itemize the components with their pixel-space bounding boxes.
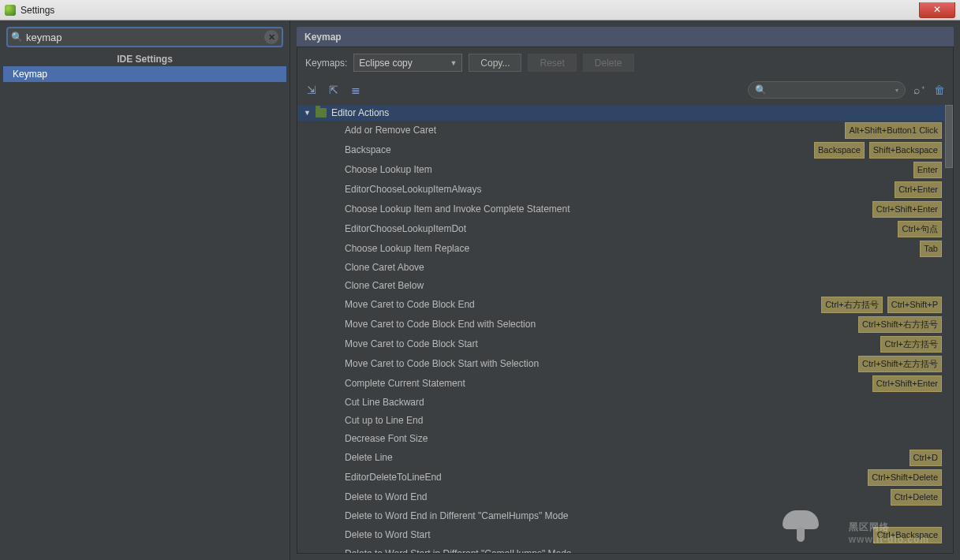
app-icon	[5, 5, 16, 16]
action-row[interactable]: Clone Caret Below	[297, 277, 953, 295]
tree-scrollbar[interactable]	[945, 105, 953, 553]
trash-icon[interactable]: 🗑	[934, 84, 945, 96]
clear-search-icon[interactable]: ✕	[264, 30, 278, 44]
action-filter[interactable]: 🔍 ▾	[748, 81, 906, 99]
shortcut-badge: Alt+Shift+Button1 Click	[845, 122, 942, 139]
action-row[interactable]: Delete to Word StartCtrl+Backspace	[297, 525, 953, 545]
copy-button[interactable]: Copy...	[469, 54, 521, 72]
shortcut-badge: Ctrl+左方括号	[880, 336, 942, 353]
shortcut-badge: Ctrl+Shift+P	[887, 297, 942, 313]
action-row[interactable]: Move Caret to Code Block Start with Sele…	[297, 354, 953, 374]
action-name: Cut up to Line End	[345, 413, 423, 428]
action-row[interactable]: Move Caret to Code Block EndCtrl+右方括号Ctr…	[297, 295, 953, 315]
action-row[interactable]: Delete LineCtrl+D	[297, 448, 953, 468]
settings-search[interactable]: 🔍 ✕	[6, 27, 283, 47]
action-shortcuts: Ctrl+Enter	[895, 181, 942, 198]
shortcut-badge: Ctrl+Shift+左方括号	[858, 356, 942, 372]
collapse-icon: ▼	[304, 109, 311, 117]
action-row[interactable]: EditorChooseLookupItemAlwaysCtrl+Enter	[297, 180, 953, 200]
chevron-down-icon: ▼	[450, 59, 457, 67]
search-icon: 🔍	[11, 32, 23, 43]
action-name: EditorChooseLookupItemAlways	[345, 182, 481, 197]
action-shortcuts: Ctrl+Shift+Enter	[872, 375, 942, 392]
action-row[interactable]: Choose Lookup Item and Invoke Complete S…	[297, 200, 953, 219]
action-row[interactable]: Add or Remove CaretAlt+Shift+Button1 Cli…	[297, 121, 953, 140]
shortcut-badge: Ctrl+Shift+右方括号	[858, 316, 942, 333]
collapse-all-icon[interactable]: ⇱	[327, 84, 340, 96]
tree-group-label: Editor Actions	[331, 107, 389, 118]
shortcut-badge: Ctrl+Backspace	[873, 527, 942, 543]
action-shortcuts: Ctrl+左方括号	[880, 336, 942, 353]
window-titlebar: Settings ✕	[0, 0, 960, 21]
window-close-button[interactable]: ✕	[919, 2, 955, 18]
action-shortcuts: Ctrl+句点	[898, 221, 942, 237]
action-name: Choose Lookup Item and Invoke Complete S…	[345, 202, 570, 217]
keymap-tree[interactable]: ▼ Editor Actions Add or Remove CaretAlt+…	[297, 105, 953, 553]
action-row[interactable]: Move Caret to Code Block StartCtrl+左方括号	[297, 334, 953, 354]
shortcut-badge: Ctrl+Enter	[895, 181, 942, 198]
action-row[interactable]: Delete to Word EndCtrl+Delete	[297, 487, 953, 507]
shortcut-badge: Tab	[920, 241, 942, 257]
action-name: Complete Current Statement	[345, 376, 465, 391]
shortcut-badge: Ctrl+Shift+Delete	[868, 469, 942, 486]
find-by-shortcut-icon[interactable]: ⌕⁺	[913, 84, 926, 96]
shortcut-badge: Ctrl+右方括号	[821, 297, 883, 313]
action-name: Clone Caret Below	[345, 278, 424, 293]
expand-all-icon[interactable]: ⇲	[305, 84, 318, 96]
action-shortcuts: Ctrl+Shift+左方括号	[858, 356, 942, 372]
action-name: Delete to Word End	[345, 490, 428, 505]
panel-title: Keymap	[297, 27, 954, 47]
action-row[interactable]: EditorDeleteToLineEndCtrl+Shift+Delete	[297, 468, 953, 487]
action-shortcuts: Ctrl+Shift+Delete	[868, 469, 942, 486]
shortcut-badge: Ctrl+句点	[898, 221, 942, 237]
shortcut-badge: Enter	[913, 162, 942, 178]
window-title: Settings	[21, 5, 54, 16]
shortcut-badge: Shift+Backspace	[869, 142, 942, 159]
shortcut-badge: Ctrl+D	[910, 450, 942, 466]
sidebar-item-keymap[interactable]: Keymap	[3, 66, 286, 82]
shortcut-badge: Ctrl+Delete	[891, 489, 942, 506]
settings-detail-panel: Keymap Keymaps: Eclipse copy ▼ Copy... R…	[290, 21, 960, 560]
action-row[interactable]: Decrease Font Size	[297, 430, 953, 448]
action-row[interactable]: BackspaceBackspaceShift+Backspace	[297, 140, 953, 160]
action-filter-input[interactable]	[770, 84, 894, 95]
action-row[interactable]: Choose Lookup Item ReplaceTab	[297, 239, 953, 259]
action-shortcuts: Ctrl+Shift+右方括号	[858, 316, 942, 333]
action-name: Add or Remove Caret	[345, 123, 436, 138]
keymap-scheme-select[interactable]: Eclipse copy ▼	[353, 54, 462, 72]
action-shortcuts: Ctrl+D	[910, 450, 942, 466]
delete-button[interactable]: Delete	[583, 54, 634, 72]
reset-button[interactable]: Reset	[528, 54, 576, 72]
action-name: Move Caret to Code Block End with Select…	[345, 317, 536, 332]
action-row[interactable]: Cut Line Backward	[297, 394, 953, 412]
shortcut-badge: Ctrl+Shift+Enter	[872, 375, 942, 392]
chevron-down-icon: ▾	[895, 87, 898, 94]
action-row[interactable]: Move Caret to Code Block End with Select…	[297, 315, 953, 334]
action-name: EditorChooseLookupItemDot	[345, 222, 466, 237]
search-icon: 🔍	[755, 84, 767, 95]
action-name: Choose Lookup Item Replace	[345, 241, 469, 256]
action-row[interactable]: Delete to Word End in Different "CamelHu…	[297, 507, 953, 525]
action-row[interactable]: Choose Lookup ItemEnter	[297, 160, 953, 180]
settings-search-input[interactable]	[26, 32, 264, 43]
action-name: Backspace	[345, 143, 391, 158]
action-name: Cut Line Backward	[345, 395, 424, 410]
action-row[interactable]: Cut up to Line End	[297, 412, 953, 430]
action-name: Move Caret to Code Block End	[345, 297, 475, 312]
action-row[interactable]: Delete to Word Start in Different "Camel…	[297, 545, 953, 553]
scrollbar-thumb[interactable]	[945, 105, 953, 168]
action-row[interactable]: EditorChooseLookupItemDotCtrl+句点	[297, 219, 953, 239]
edit-shortcut-icon[interactable]: ≣	[349, 84, 362, 96]
keymap-secondary-toolbar: ⇲ ⇱ ≣ 🔍 ▾ ⌕⁺ 🗑	[297, 78, 953, 105]
action-name: Delete to Word Start	[345, 528, 431, 543]
action-row[interactable]: Clone Caret Above	[297, 259, 953, 277]
action-name: Choose Lookup Item	[345, 162, 432, 177]
action-name: Move Caret to Code Block Start with Sele…	[345, 357, 539, 371]
shortcut-badge: Ctrl+Shift+Enter	[872, 201, 942, 218]
keymap-scheme-value: Eclipse copy	[359, 58, 412, 69]
action-row[interactable]: Complete Current StatementCtrl+Shift+Ent…	[297, 374, 953, 394]
action-shortcuts: Tab	[920, 241, 942, 257]
action-name: Delete to Word End in Different "CamelHu…	[345, 509, 569, 524]
shortcut-badge: Backspace	[814, 142, 865, 159]
tree-group-editor-actions[interactable]: ▼ Editor Actions	[297, 105, 953, 121]
